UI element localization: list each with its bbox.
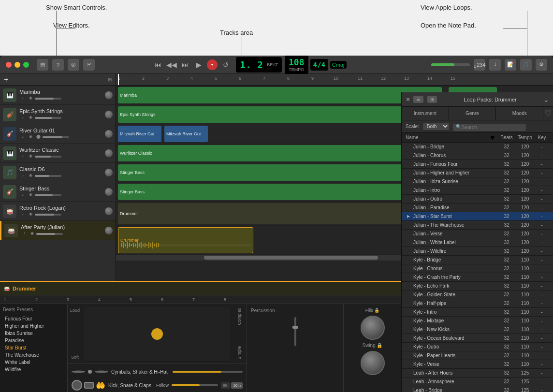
loop-play-icon[interactable] [406, 327, 411, 333]
solo-button[interactable]: ◉ [27, 153, 34, 160]
record-arm-button[interactable]: ⬤ [35, 133, 42, 140]
loop-item[interactable]: Kyle - Half-pipe32110- [402, 299, 553, 308]
loop-item[interactable]: Kyle - Verse32110- [402, 360, 553, 369]
track-volume[interactable] [43, 136, 69, 138]
loop-item[interactable]: Julian - Ibiza Sunrise32120- [402, 177, 553, 186]
preset-white-label[interactable]: White Label [3, 359, 64, 366]
preset-paradise[interactable]: Paradise [3, 337, 64, 344]
loop-item[interactable]: Julian - White Label32120- [402, 238, 553, 247]
swing-knob-control[interactable] [361, 351, 385, 375]
loops-grid-button[interactable]: ⊞ [427, 96, 437, 103]
filter-genre-button[interactable]: Genre [449, 107, 496, 120]
metronome-button[interactable]: ♩ [489, 59, 501, 71]
preset-furious-four[interactable]: Furious Four [3, 315, 64, 322]
loop-play-icon[interactable] [406, 257, 411, 263]
loops-pack-dropdown[interactable]: ⌄ [543, 96, 549, 103]
loop-play-icon[interactable] [406, 370, 411, 376]
back-button[interactable]: ◀◀ [166, 59, 177, 70]
track-item[interactable]: 🎻 Epic Synth Strings ♪ ◉ [0, 105, 116, 124]
preset-star-burst[interactable]: Star Burst [3, 344, 64, 351]
loop-play-icon[interactable] [406, 275, 411, 280]
loop-item[interactable]: Leah - After Hours32125- [402, 369, 553, 377]
scrollbar-thumb[interactable] [204, 256, 378, 260]
loop-item[interactable]: Julian - Bridge32120- [402, 143, 553, 151]
loop-item[interactable]: Kyle - New Kicks32110- [402, 325, 553, 334]
loop-item[interactable]: Julian - Wildfire32120- [402, 247, 553, 256]
region-wurlitzer-1[interactable]: Wurlitzer Classic [118, 145, 442, 161]
track-pan-knob[interactable] [105, 207, 113, 215]
minimize-button[interactable] [15, 62, 20, 68]
region-stinger-1[interactable]: Stinger Bass [118, 164, 442, 181]
loop-item[interactable]: Kyle - Bridge32110- [402, 256, 553, 264]
track-item[interactable]: 🥁 Retro Rock (Logan) ♪ ◉ [0, 202, 116, 221]
loop-item[interactable]: Kyle - Golden State32110- [402, 290, 553, 299]
loop-play-icon[interactable] [406, 301, 411, 306]
track-item[interactable]: 🎸 River Guitar 01 ♪ ◉ ⬤ [0, 124, 116, 144]
track-volume[interactable] [36, 233, 63, 235]
loop-item[interactable]: Kyle - Mixtape32110- [402, 317, 553, 325]
loop-item[interactable]: Kyle - Crash the Party32110- [402, 273, 553, 282]
loop-play-icon[interactable] [406, 205, 411, 211]
loop-item[interactable]: Kyle - Echo Park32110- [402, 282, 553, 290]
bpm-display[interactable]: 108 TEMPO [285, 56, 308, 74]
preset-ibiza-sunrise[interactable]: Ibiza Sunrise [3, 330, 64, 337]
add-track-button[interactable]: + [4, 76, 8, 84]
loop-item[interactable]: Julian - Chorus32120- [402, 151, 553, 160]
scissors-button[interactable]: ✂ [83, 59, 95, 71]
loop-item[interactable]: Leah - Bridge32125- [402, 386, 553, 392]
loop-item[interactable]: ▶Julian - Star Burst32120- [402, 212, 553, 221]
settings-button[interactable]: ⚙ [536, 59, 547, 71]
mute-button[interactable]: ♪ [21, 230, 28, 237]
solo-button[interactable]: ◉ [27, 133, 34, 140]
loop-play-icon[interactable] [406, 388, 411, 392]
solo-button[interactable]: ◉ [27, 211, 34, 218]
fills-knob[interactable] [361, 316, 385, 340]
master-volume-slider[interactable] [431, 63, 470, 66]
time-signature[interactable]: 4/4 [310, 59, 328, 71]
notepad-button[interactable]: 📝 [505, 59, 516, 71]
end-button[interactable]: ⏭ [180, 59, 190, 70]
loop-play-icon[interactable] [406, 309, 411, 315]
loop-item[interactable]: Julian - Outro32120- [402, 195, 553, 203]
loop-play-icon[interactable] [406, 144, 411, 150]
loop-play-icon[interactable] [406, 379, 411, 385]
loop-item[interactable]: Julian - Higher and Higher32120- [402, 169, 553, 177]
track-volume[interactable] [35, 175, 61, 177]
help-button[interactable]: ? [52, 59, 64, 71]
kick-slider[interactable] [172, 384, 218, 386]
preset-the-warehouse[interactable]: The Warehouse [3, 351, 64, 359]
loop-play-icon[interactable] [406, 161, 411, 167]
favorite-filter-button[interactable]: ♡ [543, 109, 553, 118]
loops-button[interactable]: 🎵 [520, 59, 532, 71]
loop-search-input[interactable] [453, 124, 526, 131]
track-item[interactable]: 🎹 Wurlitzer Classic ♪ ◉ [0, 144, 116, 163]
track-item[interactable]: 🥁 After Party (Julian) ♪ ◉ [0, 221, 116, 240]
loop-play-icon[interactable] [406, 196, 411, 202]
track-pan-knob[interactable] [105, 188, 113, 196]
loops-close-button[interactable]: ✕ [406, 96, 410, 103]
region-after-party[interactable]: Drummer [118, 227, 253, 253]
track-pan-knob[interactable] [105, 227, 113, 234]
track-volume[interactable] [35, 117, 61, 119]
track-pan-knob[interactable] [105, 111, 113, 118]
loop-item[interactable]: Julian - Intro32120- [402, 186, 553, 195]
mute-button[interactable]: ♪ [19, 95, 26, 102]
track-item[interactable]: 🎵 Classic D6 ♪ ◉ [0, 163, 116, 182]
loop-play-icon[interactable]: ▶ [406, 214, 411, 219]
count-in-display[interactable]: ¿234 [474, 59, 485, 71]
solo-button[interactable]: ◉ [27, 172, 34, 179]
track-volume[interactable] [35, 98, 61, 100]
region-guitar-1[interactable]: Mitzvah River Gui [118, 126, 161, 142]
loop-item[interactable]: Kyle - Chorus32110- [402, 264, 553, 273]
loop-item[interactable]: Kyle - Outro32110- [402, 343, 553, 351]
loop-play-icon[interactable] [406, 153, 411, 159]
loop-item[interactable]: Kyle - Ocean Boulevard32110- [402, 334, 553, 343]
solo-button[interactable]: ◉ [27, 114, 34, 121]
loop-play-icon[interactable] [406, 344, 411, 350]
percussion-fader-thumb[interactable] [292, 326, 298, 329]
solo-button[interactable]: ◉ [27, 191, 34, 198]
track-options-icon[interactable]: ⊞ [108, 77, 112, 82]
track-pan-knob[interactable] [105, 130, 113, 138]
mute-button[interactable]: ♪ [19, 211, 26, 218]
library-button[interactable]: ▤ [37, 59, 48, 71]
